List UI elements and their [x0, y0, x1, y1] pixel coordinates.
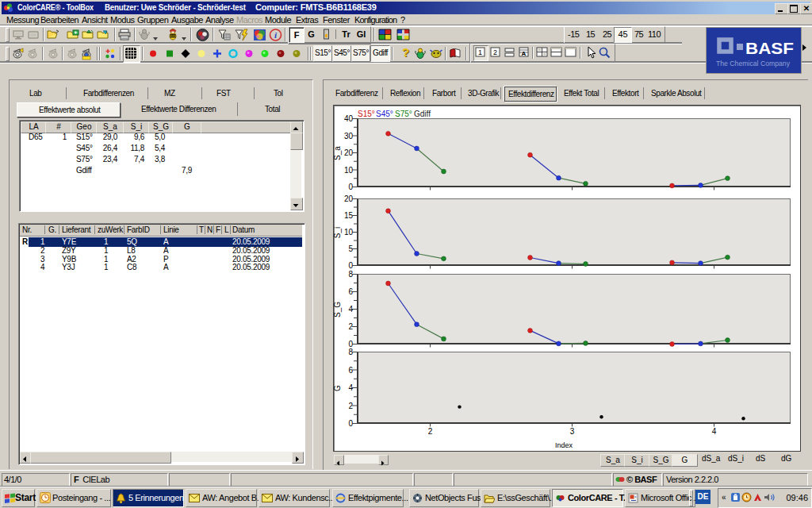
svg-text:40: 40 [344, 114, 354, 123]
svg-text:2: 2 [493, 48, 497, 56]
svg-text:Gdiff: Gdiff [414, 110, 431, 118]
svg-text:A: A [522, 50, 527, 57]
svg-text:i: i [274, 30, 278, 40]
svg-text:Index: Index [555, 441, 573, 449]
svg-text:4: 4 [712, 427, 717, 436]
svg-text:10: 10 [344, 166, 354, 175]
svg-text:20: 20 [344, 194, 354, 203]
svg-text:The Chemical Company: The Chemical Company [716, 60, 791, 67]
svg-text:G: G [334, 385, 342, 391]
svg-text:20: 20 [344, 148, 354, 157]
svg-text:S75°: S75° [395, 110, 412, 118]
svg-text:S_i: S_i [334, 227, 342, 238]
svg-text:10: 10 [344, 228, 354, 237]
svg-text:1: 1 [478, 48, 482, 56]
svg-text:2: 2 [428, 427, 433, 436]
svg-text:S_G: S_G [334, 302, 342, 318]
svg-text:BASF: BASF [745, 39, 794, 57]
svg-text:30: 30 [344, 132, 354, 140]
svg-text:S15°: S15° [358, 110, 375, 118]
svg-text:3: 3 [570, 427, 575, 436]
svg-text:S45°: S45° [376, 110, 393, 118]
svg-text:S_a: S_a [334, 146, 342, 160]
svg-text:15: 15 [344, 211, 354, 220]
